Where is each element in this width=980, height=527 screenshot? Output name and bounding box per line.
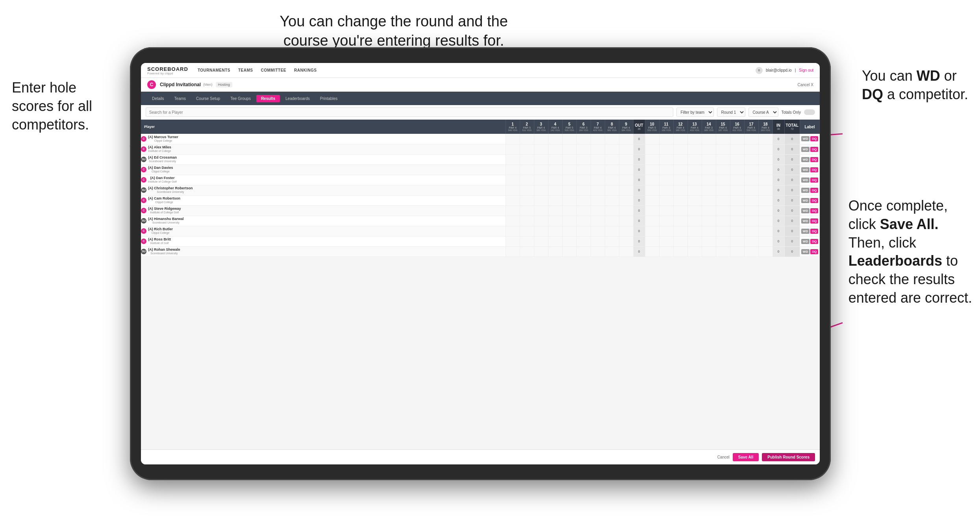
score-cell-hole-2[interactable] [520, 246, 534, 257]
nav-rankings[interactable]: RANKINGS [294, 68, 317, 72]
score-input-hole-3[interactable] [534, 134, 548, 144]
score-input-hole-11[interactable] [660, 237, 673, 246]
score-cell-hole-16[interactable] [730, 195, 744, 205]
score-input-hole-10[interactable] [645, 155, 659, 165]
score-cell-hole-6[interactable] [576, 165, 591, 175]
score-cell-hole-17[interactable] [744, 144, 758, 154]
score-input-hole-1[interactable] [506, 237, 520, 246]
score-cell-hole-18[interactable] [758, 226, 773, 236]
score-cell-hole-15[interactable] [716, 144, 730, 154]
wd-button[interactable]: WD [801, 239, 810, 244]
score-cell-hole-13[interactable] [687, 175, 702, 185]
score-cell-hole-3[interactable] [534, 154, 548, 165]
score-input-hole-9[interactable] [619, 237, 633, 246]
score-cell-hole-3[interactable] [534, 246, 548, 257]
score-cell-hole-14[interactable] [702, 185, 716, 195]
score-cell-hole-5[interactable] [562, 216, 576, 226]
score-cell-hole-13[interactable] [687, 185, 702, 195]
score-cell-hole-10[interactable] [645, 246, 659, 257]
score-input-hole-16[interactable] [730, 134, 744, 144]
score-cell-hole-16[interactable] [730, 154, 744, 165]
score-input-hole-9[interactable] [619, 144, 633, 154]
score-cell-hole-18[interactable] [758, 144, 773, 154]
score-cell-hole-4[interactable] [548, 226, 562, 236]
score-cell-hole-12[interactable] [673, 154, 687, 165]
score-cell-hole-15[interactable] [716, 185, 730, 195]
score-cell-hole-5[interactable] [562, 246, 576, 257]
dq-button[interactable]: DQ [810, 208, 818, 213]
score-input-hole-8[interactable] [605, 185, 619, 195]
score-input-hole-6[interactable] [577, 144, 591, 154]
score-input-hole-1[interactable] [506, 185, 520, 195]
score-cell-hole-7[interactable] [591, 144, 605, 154]
dq-button[interactable]: DQ [810, 229, 818, 234]
score-input-hole-15[interactable] [716, 216, 730, 226]
score-input-hole-4[interactable] [548, 237, 562, 246]
score-cell-hole-18[interactable] [758, 175, 773, 185]
score-input-hole-9[interactable] [619, 185, 633, 195]
score-cell-hole-3[interactable] [534, 134, 548, 144]
score-input-hole-3[interactable] [534, 196, 548, 205]
score-input-hole-1[interactable] [506, 206, 520, 216]
score-cell-hole-6[interactable] [576, 226, 591, 236]
score-input-hole-3[interactable] [534, 155, 548, 165]
score-cell-hole-4[interactable] [548, 185, 562, 195]
score-cell-hole-5[interactable] [562, 236, 576, 246]
score-input-hole-11[interactable] [660, 185, 673, 195]
score-cell-hole-4[interactable] [548, 175, 562, 185]
score-input-hole-3[interactable] [534, 165, 548, 175]
wd-button[interactable]: WD [801, 218, 810, 224]
score-input-hole-8[interactable] [605, 226, 619, 236]
score-cell-hole-12[interactable] [673, 246, 687, 257]
score-cell-hole-17[interactable] [744, 226, 758, 236]
score-cell-hole-2[interactable] [520, 226, 534, 236]
score-input-hole-5[interactable] [563, 216, 576, 226]
score-cell-hole-10[interactable] [645, 226, 659, 236]
wd-button[interactable]: WD [801, 229, 810, 234]
score-input-hole-7[interactable] [591, 165, 605, 175]
score-cell-hole-18[interactable] [758, 236, 773, 246]
score-input-hole-13[interactable] [688, 196, 702, 205]
wd-button[interactable]: WD [801, 157, 810, 162]
score-input-hole-14[interactable] [702, 155, 716, 165]
score-cell-hole-8[interactable] [605, 134, 619, 144]
dq-button[interactable]: DQ [810, 178, 818, 183]
score-cell-hole-11[interactable] [659, 165, 673, 175]
score-cell-hole-18[interactable] [758, 154, 773, 165]
score-input-hole-11[interactable] [660, 144, 673, 154]
score-input-hole-16[interactable] [730, 196, 744, 205]
score-cell-hole-15[interactable] [716, 205, 730, 216]
score-input-hole-13[interactable] [688, 144, 702, 154]
score-input-hole-6[interactable] [577, 237, 591, 246]
wd-button[interactable]: WD [801, 249, 810, 254]
score-input-hole-1[interactable] [506, 196, 520, 205]
score-input-hole-15[interactable] [716, 237, 730, 246]
score-input-hole-11[interactable] [660, 175, 673, 185]
course-select[interactable]: Course A [748, 107, 778, 117]
tab-details[interactable]: Details [147, 95, 169, 102]
score-cell-hole-8[interactable] [605, 226, 619, 236]
score-input-hole-1[interactable] [506, 226, 520, 236]
score-cell-hole-1[interactable] [506, 205, 520, 216]
score-input-hole-9[interactable] [619, 155, 633, 165]
score-input-hole-9[interactable] [619, 175, 633, 185]
score-input-hole-10[interactable] [645, 237, 659, 246]
score-cell-hole-2[interactable] [520, 216, 534, 226]
score-input-hole-14[interactable] [702, 216, 716, 226]
score-input-hole-7[interactable] [591, 134, 605, 144]
score-input-hole-10[interactable] [645, 247, 659, 257]
score-input-hole-18[interactable] [759, 175, 773, 185]
score-cell-hole-7[interactable] [591, 134, 605, 144]
score-input-hole-8[interactable] [605, 175, 619, 185]
dq-button[interactable]: DQ [810, 239, 818, 244]
score-cell-hole-3[interactable] [534, 205, 548, 216]
score-input-hole-5[interactable] [563, 206, 576, 216]
score-input-hole-13[interactable] [688, 175, 702, 185]
score-input-hole-11[interactable] [660, 247, 673, 257]
score-input-hole-2[interactable] [520, 247, 534, 257]
score-input-hole-10[interactable] [645, 226, 659, 236]
score-input-hole-12[interactable] [674, 206, 687, 216]
score-cell-hole-17[interactable] [744, 205, 758, 216]
score-input-hole-6[interactable] [577, 206, 591, 216]
score-cell-hole-6[interactable] [576, 195, 591, 205]
